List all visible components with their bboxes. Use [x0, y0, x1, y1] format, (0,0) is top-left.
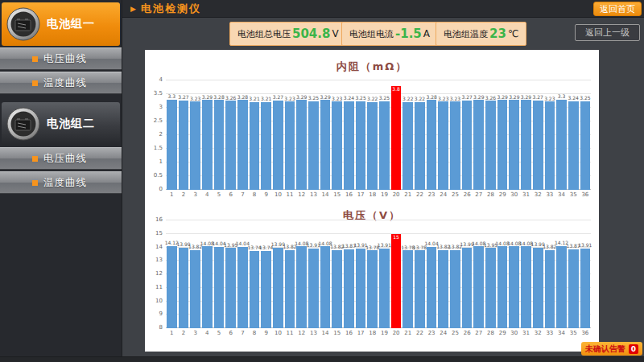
- sidebar-group-battery-2[interactable]: 电池组二: [2, 102, 120, 146]
- bar-slot: 3.27: [272, 80, 284, 190]
- bar: 3.27: [462, 101, 473, 190]
- x-axis-tick: 23: [426, 331, 438, 336]
- bar: 13.74: [250, 251, 260, 328]
- bar: 3.27: [179, 101, 189, 190]
- x-axis-tick: 10: [272, 331, 284, 336]
- x-axis-tick: 35: [568, 331, 580, 336]
- x-axis-tick: 23: [426, 192, 438, 198]
- x-axis-tick: 25: [449, 192, 461, 198]
- bars-container: 14.1213.9913.8214.0814.0413.9514.0413.74…: [166, 220, 591, 328]
- bar-slot: 3.27: [178, 80, 190, 190]
- bar: 3.24: [568, 101, 579, 190]
- bar-value-label: 3.28: [237, 95, 248, 101]
- bar-slot: 13.95: [225, 220, 237, 328]
- y-axis-tick: 9: [159, 311, 163, 317]
- battery-icon: [6, 107, 40, 141]
- bar-value-label: 3.25: [580, 96, 590, 101]
- bar: 3.29: [320, 100, 331, 190]
- x-axis-tick: 12: [295, 331, 308, 336]
- bar: 3.28: [214, 100, 225, 190]
- x-axis-tick: 6: [225, 192, 237, 198]
- bar-slot: 14.08: [295, 220, 308, 328]
- bar-value-label: 3.24: [568, 96, 578, 101]
- bar-slot: 13.87: [568, 220, 580, 328]
- bar-value-label: 13.91: [378, 243, 391, 249]
- stat-unit: ℃: [508, 28, 518, 39]
- bar-slot: 3.23: [544, 80, 556, 190]
- bar-slot: 3.29: [520, 80, 532, 190]
- x-axis-tick: 17: [355, 192, 367, 198]
- alarm-count: 0: [629, 344, 638, 354]
- y-axis-tick: 8: [159, 325, 163, 331]
- bar-slot: 3.24: [568, 80, 580, 190]
- bar-slot: 13.91: [378, 220, 390, 328]
- bar-slot: 3.22: [402, 80, 414, 190]
- x-axis-tick: 14: [320, 331, 332, 336]
- x-axis-tick: 21: [402, 331, 414, 336]
- bullet-icon: [32, 156, 38, 162]
- sidebar-group-battery-1[interactable]: 电池组一: [2, 2, 120, 46]
- x-axis-tick: 17: [355, 331, 367, 336]
- bar-slot: 3.3: [555, 80, 568, 190]
- bar: 13.99: [179, 248, 189, 328]
- bar: 13.78: [415, 250, 425, 328]
- bar-value-label: 3.27: [532, 95, 543, 101]
- bar: 3.3: [556, 100, 567, 190]
- x-axis-tick: 13: [308, 331, 320, 336]
- x-axis-tick: 16: [343, 331, 355, 336]
- bar-slot: 3.27: [461, 80, 473, 190]
- unconfirmed-alarm-badge[interactable]: 未确认告警 0: [581, 342, 642, 356]
- x-axis-tick: 8: [249, 331, 261, 336]
- x-axis-tick: 7: [237, 192, 249, 198]
- bar-value-label: 3.29: [509, 95, 519, 101]
- bar: 3.23: [285, 101, 295, 190]
- bar: 3.26: [485, 101, 496, 190]
- bar: 13.91: [308, 249, 319, 328]
- bar: 3.27: [273, 101, 283, 190]
- bar: 13.91: [356, 249, 366, 328]
- bar-slot: 13.82: [331, 220, 343, 328]
- temperature-box: 电池组温度 23 ℃: [436, 22, 526, 46]
- x-axis-tick: 9: [260, 331, 272, 336]
- bar-slot: 14.12: [555, 220, 568, 328]
- return-previous-button[interactable]: 返回上一级: [575, 24, 640, 41]
- bar-slot: 3.22: [414, 80, 426, 190]
- x-axis-tick: 33: [544, 331, 556, 336]
- sidebar-item-temperature-curve-2[interactable]: 温度曲线: [0, 171, 122, 194]
- total-voltage-box: 电池组总电压 504.8 V: [229, 22, 347, 46]
- bar: 14.08: [521, 246, 531, 328]
- bar: 13.99: [533, 248, 543, 328]
- x-axis-tick: 6: [225, 331, 237, 336]
- return-home-button[interactable]: 返回首页: [593, 2, 642, 16]
- bar-slot: 3.28: [213, 80, 225, 190]
- bar: 13.91: [580, 249, 591, 328]
- bar-slot: 3.22: [366, 80, 378, 190]
- sidebar-item-voltage-curve-1[interactable]: 电压曲线: [0, 47, 122, 70]
- bar-slot: 3.21: [249, 80, 261, 190]
- sidebar-item-voltage-curve-2[interactable]: 电压曲线: [0, 147, 122, 170]
- sidebar-item-temperature-curve-1[interactable]: 温度曲线: [0, 72, 122, 94]
- x-axis-tick: 24: [437, 192, 449, 198]
- y-axis-tick: 1: [159, 159, 163, 165]
- bar: 13.78: [367, 250, 378, 328]
- x-axis-tick: 24: [437, 331, 449, 336]
- x-axis-tick: 35: [568, 192, 580, 198]
- bar-value-label: 3.29: [320, 95, 330, 101]
- sidebar-group-label: 电池组二: [47, 117, 95, 131]
- bar-value-label: 3.29: [473, 95, 484, 101]
- sidebar-item-label: 电压曲线: [43, 52, 87, 66]
- bar-slot: 14.08: [508, 220, 520, 328]
- x-axis-tick: 18: [366, 331, 378, 336]
- bar-slot: 3.27: [532, 80, 544, 190]
- x-axis-tick: 11: [284, 192, 296, 198]
- bar: 13.82: [450, 250, 460, 328]
- bar-slot: 3.24: [343, 80, 355, 190]
- charts-panel: 内阻（mΩ） 00.511.522.533.543.33.273.233.293…: [145, 50, 599, 352]
- bar-slot: 13.99: [178, 220, 190, 328]
- x-axis-tick: 1: [166, 331, 178, 336]
- x-axis-tick: 7: [237, 331, 249, 336]
- bar-slot: 13.82: [189, 220, 201, 328]
- bar: 13.82: [285, 250, 295, 328]
- x-axis-tick: 28: [485, 331, 497, 336]
- bar-slot: 14.08: [201, 220, 213, 328]
